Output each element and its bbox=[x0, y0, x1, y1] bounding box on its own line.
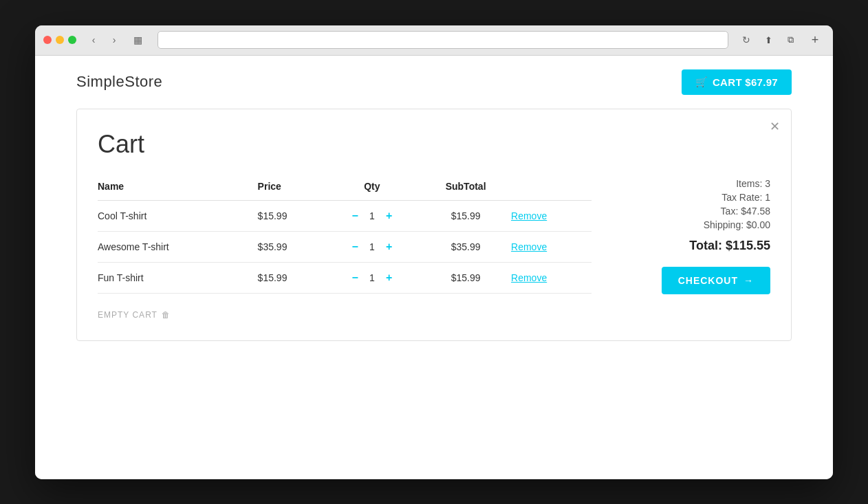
item-price-2: $15.99 bbox=[258, 262, 324, 293]
item-price-1: $35.99 bbox=[258, 231, 324, 262]
table-row: Awesome T-shirt $35.99 − 1 + $35.99 Remo… bbox=[98, 231, 592, 262]
checkout-label: CHECKOUT bbox=[678, 275, 738, 286]
item-remove-cell-0: Remove bbox=[511, 200, 592, 231]
forward-button[interactable]: › bbox=[105, 33, 123, 47]
close-traffic-light[interactable] bbox=[43, 36, 52, 44]
item-subtotal-0: $15.99 bbox=[420, 200, 511, 231]
back-button[interactable]: ‹ bbox=[85, 33, 102, 47]
item-name-1: Awesome T-shirt bbox=[98, 231, 258, 262]
page-content: SimpleStore 🛒 CART $67.97 ✕ Cart bbox=[35, 56, 833, 479]
item-subtotal-1: $35.99 bbox=[420, 231, 511, 262]
item-price-0: $15.99 bbox=[258, 200, 324, 231]
nav-buttons: ‹ › bbox=[85, 33, 123, 47]
table-row: Fun T-shirt $15.99 − 1 + $15.99 Remove bbox=[98, 262, 592, 293]
tab-view-button[interactable]: ▦ bbox=[129, 33, 147, 47]
col-header-qty: Qty bbox=[324, 175, 421, 201]
toolbar-actions: ⬆ ⧉ bbox=[759, 32, 800, 48]
qty-value-1: 1 bbox=[367, 241, 378, 252]
item-remove-cell-2: Remove bbox=[511, 262, 592, 293]
cart-title: Cart bbox=[98, 130, 770, 159]
address-bar[interactable] bbox=[158, 31, 728, 49]
summary-tax-rate: Tax Rate: 1 bbox=[619, 192, 770, 203]
checkout-arrow-icon: → bbox=[744, 275, 754, 286]
qty-increase-0[interactable]: + bbox=[384, 210, 393, 221]
summary-tax: Tax: $47.58 bbox=[619, 206, 770, 217]
browser-toolbar: ‹ › ▦ ↻ ⬆ ⧉ + bbox=[35, 25, 833, 56]
cart-panel: ✕ Cart Name Price Qty SubTotal bbox=[76, 109, 792, 341]
site-logo: SimpleStore bbox=[76, 73, 162, 91]
qty-decrease-0[interactable]: − bbox=[351, 210, 360, 221]
site-header: SimpleStore 🛒 CART $67.97 bbox=[35, 56, 833, 109]
summary-total: Total: $115.55 bbox=[619, 239, 770, 253]
summary-shipping: Shipping: $0.00 bbox=[619, 219, 770, 230]
new-tab-button[interactable]: + bbox=[805, 30, 825, 50]
cart-table-area: Name Price Qty SubTotal Cool T-shirt bbox=[98, 175, 592, 320]
traffic-lights bbox=[43, 36, 76, 44]
window-button[interactable]: ⧉ bbox=[781, 32, 800, 48]
cart-body: Name Price Qty SubTotal Cool T-shirt bbox=[98, 175, 770, 320]
refresh-button[interactable]: ↻ bbox=[739, 33, 753, 47]
item-qty-0: − 1 + bbox=[324, 200, 421, 231]
share-button[interactable]: ⬆ bbox=[759, 32, 778, 48]
cart-footer: EMPTY CART 🗑 bbox=[98, 310, 592, 320]
item-name-2: Fun T-shirt bbox=[98, 262, 258, 293]
cart-header-label: CART $67.97 bbox=[713, 76, 778, 88]
qty-value-2: 1 bbox=[367, 272, 378, 283]
qty-value-0: 1 bbox=[367, 210, 378, 221]
empty-cart-button[interactable]: EMPTY CART 🗑 bbox=[98, 310, 171, 320]
cart-panel-wrapper: ✕ Cart Name Price Qty SubTotal bbox=[35, 109, 833, 369]
qty-decrease-1[interactable]: − bbox=[351, 241, 360, 252]
col-header-action bbox=[511, 175, 592, 201]
qty-increase-2[interactable]: + bbox=[384, 272, 393, 283]
close-cart-button[interactable]: ✕ bbox=[770, 120, 780, 133]
cart-icon: 🛒 bbox=[695, 76, 707, 87]
empty-cart-label: EMPTY CART bbox=[98, 310, 158, 320]
qty-increase-1[interactable]: + bbox=[384, 241, 393, 252]
browser-window: ‹ › ▦ ↻ ⬆ ⧉ + SimpleStore 🛒 CART $67.97 bbox=[35, 25, 833, 479]
summary-items: Items: 3 bbox=[619, 178, 770, 189]
trash-icon: 🗑 bbox=[162, 310, 171, 320]
table-row: Cool T-shirt $15.99 − 1 + $15.99 Remove bbox=[98, 200, 592, 231]
item-subtotal-2: $15.99 bbox=[420, 262, 511, 293]
remove-button-0[interactable]: Remove bbox=[511, 210, 547, 221]
col-header-subtotal: SubTotal bbox=[420, 175, 511, 201]
qty-decrease-2[interactable]: − bbox=[351, 272, 360, 283]
item-qty-1: − 1 + bbox=[324, 231, 421, 262]
maximize-traffic-light[interactable] bbox=[68, 36, 76, 44]
remove-button-2[interactable]: Remove bbox=[511, 272, 547, 283]
cart-summary: Items: 3 Tax Rate: 1 Tax: $47.58 Shippin… bbox=[619, 175, 770, 294]
remove-button-1[interactable]: Remove bbox=[511, 241, 547, 252]
item-remove-cell-1: Remove bbox=[511, 231, 592, 262]
item-qty-2: − 1 + bbox=[324, 262, 421, 293]
table-header-row: Name Price Qty SubTotal bbox=[98, 175, 592, 201]
cart-table: Name Price Qty SubTotal Cool T-shirt bbox=[98, 175, 592, 294]
minimize-traffic-light[interactable] bbox=[56, 36, 64, 44]
checkout-button[interactable]: CHECKOUT → bbox=[662, 267, 770, 294]
item-name-0: Cool T-shirt bbox=[98, 200, 258, 231]
col-header-price: Price bbox=[258, 175, 324, 201]
address-input[interactable] bbox=[164, 35, 722, 45]
col-header-name: Name bbox=[98, 175, 258, 201]
cart-header-button[interactable]: 🛒 CART $67.97 bbox=[682, 69, 792, 95]
